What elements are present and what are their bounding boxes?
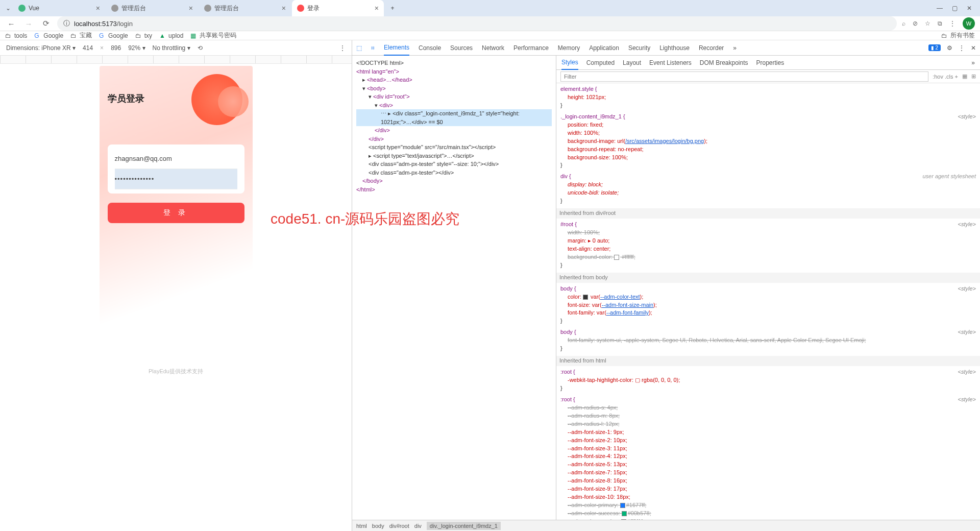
decorative-circle (218, 86, 249, 117)
bookmark-item[interactable]: ▦共享账号密码 (190, 31, 236, 40)
close-icon[interactable]: × (189, 4, 193, 12)
inspect-icon[interactable]: ⬚ (356, 44, 362, 52)
password-field[interactable] (115, 169, 237, 189)
device-viewport: 学员登录 登 录 PlayEdu提供技术支持 (0, 56, 352, 531)
tab-application[interactable]: Application (589, 44, 619, 52)
login-button[interactable]: 登 录 (108, 203, 244, 223)
info-icon[interactable]: ⓘ (63, 19, 70, 28)
hov-cls-controls[interactable]: :hov .cls + (933, 74, 958, 80)
close-icon[interactable]: × (282, 4, 286, 12)
tab-memory[interactable]: Memory (558, 44, 580, 52)
more-icon[interactable]: » (971, 59, 975, 66)
menu-icon[interactable]: ⋮ (949, 20, 955, 27)
browser-tab-active[interactable]: 登录× (292, 0, 384, 16)
bookmark-item[interactable]: 🗀tools (5, 32, 27, 39)
close-window-icon[interactable]: ✕ (967, 5, 972, 12)
styles-rules[interactable]: element.style { height: 1021px; } <style… (556, 83, 980, 531)
bookmark-item[interactable]: GGoogle (99, 32, 128, 39)
tab-sources[interactable]: Sources (450, 44, 473, 52)
settings-icon[interactable]: ⚙ (947, 44, 952, 52)
tab-layout[interactable]: Layout (623, 59, 641, 66)
styles-filter-bar: :hov .cls + ▦ ⊞ (556, 70, 980, 83)
star-icon[interactable]: ☆ (925, 20, 930, 27)
tab-elements[interactable]: Elements (384, 40, 409, 56)
height-input[interactable]: 896 (111, 44, 121, 52)
watermark-red: code51. cn-源码乐园盗图必究 (271, 209, 459, 229)
zoom-select[interactable]: 92% ▾ (128, 44, 145, 52)
key-icon[interactable]: ⌕ (902, 20, 905, 27)
ruler (0, 56, 352, 64)
browser-titlebar: ⌄ Vue× 管理后台× 管理后台× 登录× + — ▢ ✕ (0, 0, 980, 16)
tab-console[interactable]: Console (419, 44, 441, 52)
url-field[interactable]: ⓘ localhost:5173/login (57, 16, 897, 31)
back-button[interactable]: ← (5, 19, 17, 28)
more-tabs-icon[interactable]: » (733, 44, 737, 52)
rotate-icon[interactable]: ⟲ (198, 44, 203, 52)
issues-badge[interactable]: ▮ 2 (928, 44, 941, 51)
selected-dom-node[interactable]: ⋯ ▸ <div class="_login-content_i9mdz_1" … (356, 109, 552, 126)
new-tab-button[interactable]: + (385, 0, 400, 16)
tab-network[interactable]: Network (482, 44, 504, 52)
bookmark-item[interactable]: ▲uplod (159, 32, 183, 39)
bookmark-item[interactable]: GGoogle (34, 32, 63, 39)
browser-tab[interactable]: 管理后台× (106, 0, 198, 16)
device-toggle-icon[interactable]: ⌗ (371, 44, 375, 52)
minimize-icon[interactable]: — (937, 5, 943, 12)
throttle-select[interactable]: No throttling ▾ (153, 44, 190, 52)
close-icon[interactable]: × (96, 4, 100, 12)
browser-tab[interactable]: Vue× (13, 0, 105, 16)
tab-lighthouse[interactable]: Lighthouse (659, 44, 690, 52)
dimensions-select[interactable]: Dimensions: iPhone XR ▾ (6, 44, 76, 52)
browser-tab[interactable]: 管理后台× (199, 0, 291, 16)
profile-avatar[interactable]: W (963, 17, 975, 30)
styles-tabs: Styles Computed Layout Event Listeners D… (556, 56, 980, 70)
devtools-tabs: ⬚ ⌗ Elements Console Sources Network Per… (352, 40, 980, 56)
extensions-icon[interactable]: ⧉ (938, 20, 942, 27)
dom-breadcrumb[interactable]: html body div#root div div._login-conten… (352, 520, 980, 531)
login-card (108, 144, 244, 194)
forward-button[interactable]: → (22, 19, 35, 28)
close-devtools-icon[interactable]: ✕ (971, 44, 976, 52)
tab-security[interactable]: Security (628, 44, 650, 52)
email-field[interactable] (115, 149, 237, 169)
tab-dom-breakpoints[interactable]: DOM Breakpoints (700, 59, 748, 66)
close-icon[interactable]: × (375, 4, 379, 12)
layout-icon[interactable]: ⊞ (971, 73, 976, 80)
devtools-menu-icon[interactable]: ⋮ (959, 44, 965, 52)
tab-computed[interactable]: Computed (586, 59, 615, 66)
translate-icon[interactable]: ⊘ (913, 20, 918, 27)
tab-recorder[interactable]: Recorder (699, 44, 724, 52)
styles-filter-input[interactable] (560, 71, 928, 82)
width-input[interactable]: 414 (83, 44, 93, 52)
all-bookmarks[interactable]: 🗀所有书签 (941, 31, 975, 40)
tablist-toggle[interactable]: ⌄ (3, 5, 13, 12)
tab-styles[interactable]: Styles (561, 56, 578, 70)
tab-event-listeners[interactable]: Event Listeners (649, 59, 692, 66)
address-bar: ← → ⟳ ⓘ localhost:5173/login ⌕ ⊘ ☆ ⧉ ⋮ W (0, 16, 980, 31)
bookmark-item[interactable]: 🗀宝藏 (70, 31, 92, 40)
emulated-device: 学员登录 登 录 PlayEdu提供技术支持 (100, 66, 253, 382)
maximize-icon[interactable]: ▢ (952, 5, 958, 12)
reload-button[interactable]: ⟳ (40, 19, 52, 28)
footer-text: PlayEdu提供技术支持 (100, 368, 253, 375)
bookmark-item[interactable]: 🗀txy (135, 32, 152, 39)
tab-performance[interactable]: Performance (513, 44, 549, 52)
tab-properties[interactable]: Properties (756, 59, 785, 66)
device-menu-icon[interactable]: ⋮ (339, 44, 346, 52)
device-toolbar: Dimensions: iPhone XR ▾ 414 × 896 92% ▾ … (0, 40, 352, 56)
dom-tree[interactable]: <!DOCTYPE html> <html lang="en"> ▸ <head… (352, 56, 556, 531)
flex-icon[interactable]: ▦ (962, 73, 967, 80)
bookmarks-bar: 🗀tools GGoogle 🗀宝藏 GGoogle 🗀txy ▲uplod ▦… (0, 31, 980, 40)
